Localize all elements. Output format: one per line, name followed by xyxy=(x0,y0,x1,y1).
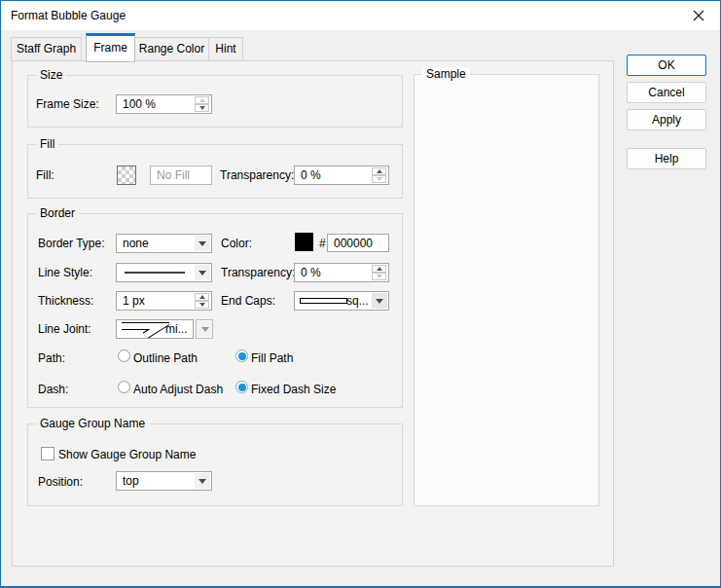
sample-preview-area: Sample xyxy=(414,74,599,506)
end-caps-value: sq... xyxy=(346,292,369,310)
end-caps-label: End Caps: xyxy=(221,294,275,309)
border-type-dropdown[interactable]: none xyxy=(116,234,212,253)
end-caps-preview xyxy=(299,292,349,310)
tab-hint[interactable]: Hint xyxy=(208,37,243,61)
ok-button[interactable]: OK xyxy=(627,55,706,76)
chevron-down-icon[interactable] xyxy=(195,265,210,280)
chevron-down-icon[interactable] xyxy=(195,473,210,489)
size-group-title: Size xyxy=(36,68,66,82)
dialog-format-bubble-gauge: Format Bubble Gauge Staff Graph Frame Ra… xyxy=(0,0,721,588)
position-value: top xyxy=(123,472,139,490)
fill-value-field[interactable]: No Fill xyxy=(150,165,212,185)
frame-tab-panel: Size Frame Size: 100 % Fill Fill: No Fil… xyxy=(12,60,614,567)
fill-path-radio[interactable] xyxy=(235,349,248,362)
auto-adjust-dash-option-label[interactable]: Auto Adjust Dash xyxy=(133,383,223,397)
fill-path-option-label[interactable]: Fill Path xyxy=(251,351,293,366)
gauge-group-name-groupbox: Gauge Group Name Show Gauge Group Name P… xyxy=(27,423,403,506)
tab-range-color[interactable]: Range Color xyxy=(134,37,209,61)
border-transparency-value: 0 % xyxy=(301,264,321,281)
gauge-group-title: Gauge Group Name xyxy=(36,417,149,430)
position-label: Position: xyxy=(38,475,83,490)
line-style-preview xyxy=(121,264,189,281)
thickness-label: Thickness: xyxy=(38,294,93,309)
tab-frame[interactable]: Frame xyxy=(86,33,135,62)
thickness-value: 1 px xyxy=(123,292,145,310)
frame-size-spinner[interactable]: 100 % xyxy=(116,94,212,114)
fill-groupbox: Fill Fill: No Fill Transparency: 0 % xyxy=(27,144,403,199)
hash-label: # xyxy=(319,237,326,251)
chevron-down-icon xyxy=(198,321,212,337)
transparent-fill-swatch[interactable] xyxy=(117,165,136,185)
help-button[interactable]: Help xyxy=(627,148,706,169)
frame-size-value: 100 % xyxy=(123,95,156,113)
close-button[interactable] xyxy=(685,5,712,26)
end-caps-dropdown[interactable]: sq... xyxy=(294,291,389,311)
line-style-dropdown[interactable] xyxy=(116,263,212,282)
border-transparency-spinner[interactable]: 0 % xyxy=(294,263,389,282)
border-transparency-label: Transparency: xyxy=(221,266,295,280)
line-joint-dropdown[interactable]: mi... xyxy=(116,319,194,339)
fixed-dash-size-radio[interactable] xyxy=(235,381,248,393)
border-type-label: Border Type: xyxy=(38,237,104,251)
dash-label: Dash: xyxy=(38,383,68,397)
line-joint-label: Line Joint: xyxy=(38,322,91,337)
fill-transparency-spinner[interactable]: 0 % xyxy=(294,165,389,185)
chevron-down-icon[interactable] xyxy=(372,293,387,309)
line-joint-value: mi... xyxy=(165,320,188,338)
outline-path-option-label[interactable]: Outline Path xyxy=(133,351,198,366)
spinner-down-icon[interactable] xyxy=(195,301,209,309)
border-color-swatch[interactable] xyxy=(295,233,313,251)
frame-size-label: Frame Size: xyxy=(36,97,99,112)
spinner-down-icon[interactable] xyxy=(195,104,209,112)
auto-adjust-dash-radio[interactable] xyxy=(118,381,130,393)
spinner-up-icon[interactable] xyxy=(195,96,209,104)
dialog-title: Format Bubble Gauge xyxy=(11,9,126,22)
show-gauge-group-name-checkbox[interactable] xyxy=(41,447,54,460)
thickness-spinner[interactable]: 1 px xyxy=(116,291,212,311)
color-hex-field[interactable]: 000000 xyxy=(327,234,389,252)
border-type-value: none xyxy=(123,235,149,252)
fill-label: Fill: xyxy=(36,168,54,183)
border-groupbox: Border Border Type: none Color: # 000000… xyxy=(27,213,403,408)
cancel-button[interactable]: Cancel xyxy=(627,82,706,103)
border-group-title: Border xyxy=(36,206,79,220)
sample-group-title: Sample xyxy=(422,67,470,81)
color-label: Color: xyxy=(221,237,252,251)
close-icon xyxy=(693,10,704,21)
spinner-down-icon[interactable] xyxy=(372,273,386,280)
size-groupbox: Size Frame Size: 100 % xyxy=(27,75,403,128)
show-gauge-group-name-label[interactable]: Show Gauge Group Name xyxy=(58,448,196,462)
line-style-label: Line Style: xyxy=(38,266,92,280)
spinner-up-icon[interactable] xyxy=(372,265,386,273)
line-joint-arrow-button[interactable] xyxy=(196,319,213,339)
line-joint-preview xyxy=(119,320,169,338)
fill-transparency-value: 0 % xyxy=(301,166,321,184)
spinner-up-icon[interactable] xyxy=(195,293,209,301)
title-bar: Format Bubble Gauge xyxy=(1,1,720,30)
chevron-down-icon[interactable] xyxy=(195,236,210,251)
position-dropdown[interactable]: top xyxy=(116,471,212,491)
apply-button[interactable]: Apply xyxy=(627,109,706,130)
path-label: Path: xyxy=(38,351,65,366)
fill-transparency-label: Transparency: xyxy=(220,168,294,183)
spinner-down-icon[interactable] xyxy=(372,175,386,183)
tab-staff-graph[interactable]: Staff Graph xyxy=(11,37,82,61)
spinner-up-icon[interactable] xyxy=(372,167,386,175)
fixed-dash-size-option-label[interactable]: Fixed Dash Size xyxy=(251,383,336,397)
outline-path-radio[interactable] xyxy=(118,349,130,362)
fill-group-title: Fill xyxy=(36,137,58,151)
